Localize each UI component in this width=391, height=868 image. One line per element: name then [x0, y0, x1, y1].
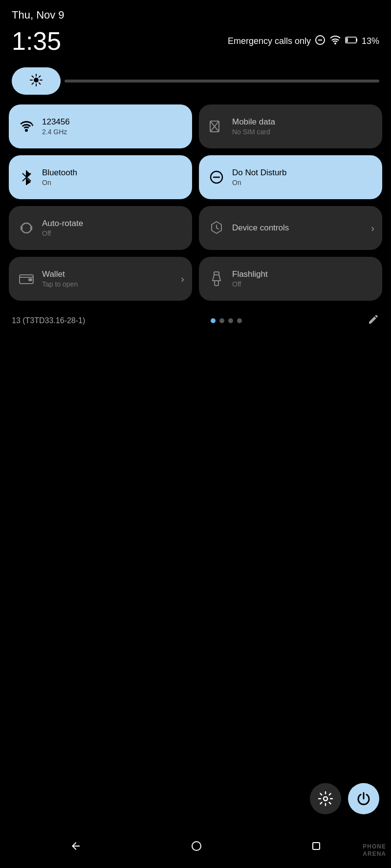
footer-bar: 13 (T3TD33.16-28-1): [0, 309, 391, 333]
time-display: 1:35: [12, 28, 61, 54]
wallet-arrow: ›: [181, 273, 184, 285]
wifi-tile-text: 123456 2.4 GHz: [42, 117, 70, 136]
svg-point-5: [34, 78, 39, 83]
wallet-title: Wallet: [42, 269, 78, 279]
mobile-data-tile[interactable]: Mobile data No SIM card: [199, 104, 382, 148]
battery-percent: 13%: [362, 36, 379, 46]
settings-button[interactable]: [310, 783, 341, 814]
quick-tiles: ▲▼ 123456 2.4 GHz Mobile data No SIM car…: [0, 100, 391, 306]
auto-rotate-title: Auto-rotate: [42, 219, 83, 228]
phone-arena-watermark: PHONEARENA: [363, 843, 386, 857]
wifi-tile[interactable]: ▲▼ 123456 2.4 GHz: [9, 104, 192, 148]
tiles-row-1: ▲▼ 123456 2.4 GHz Mobile data No SIM car…: [9, 104, 382, 148]
svg-line-10: [32, 76, 34, 78]
auto-rotate-icon: [18, 219, 35, 237]
bluetooth-tile-text: Bluetooth On: [42, 168, 77, 186]
tiles-row-4: Wallet Tap to open › Flashlight Off: [9, 257, 382, 301]
brightness-slider[interactable]: [65, 80, 379, 83]
bluetooth-title: Bluetooth: [42, 168, 77, 178]
brightness-icon: [29, 73, 43, 89]
svg-rect-3: [356, 39, 357, 41]
wallet-tile[interactable]: Wallet Tap to open ›: [9, 257, 192, 301]
battery-icon: [345, 36, 358, 46]
brightness-pill[interactable]: [12, 67, 61, 95]
bluetooth-icon: [18, 168, 35, 186]
device-controls-arrow: ›: [371, 223, 374, 234]
dot-4: [237, 318, 242, 323]
svg-line-11: [39, 83, 41, 84]
flashlight-icon: [208, 270, 225, 288]
tiles-row-3: Auto-rotate Off Device controls ›: [9, 206, 382, 250]
svg-line-13: [32, 83, 34, 84]
power-button[interactable]: [348, 783, 379, 814]
dnd-subtitle: On: [232, 179, 286, 186]
status-indicators: Emergency calls only: [228, 35, 379, 48]
home-button[interactable]: [187, 836, 206, 856]
time-row: 1:35 Emergency calls only: [12, 28, 379, 54]
svg-text:▲▼: ▲▼: [27, 124, 34, 127]
dnd-tile-text: Do Not Disturb On: [232, 168, 286, 186]
dot-3: [228, 318, 233, 323]
mobile-data-title: Mobile data: [232, 117, 275, 127]
svg-rect-4: [346, 38, 348, 42]
date-display: Thu, Nov 9: [12, 9, 379, 21]
wallet-icon: [18, 270, 35, 288]
wifi-tile-title: 123456: [42, 117, 70, 127]
bluetooth-tile[interactable]: Bluetooth On: [9, 155, 192, 199]
bottom-buttons: [310, 783, 379, 814]
device-controls-title: Device controls: [232, 223, 289, 233]
nav-bar: PHONEARENA: [0, 824, 391, 868]
mobile-data-icon: [208, 118, 225, 135]
device-controls-tile[interactable]: Device controls ›: [199, 206, 382, 250]
tiles-row-2: Bluetooth On Do Not Disturb On: [9, 155, 382, 199]
bluetooth-subtitle: On: [42, 179, 77, 186]
back-button[interactable]: [65, 835, 87, 857]
dnd-tile[interactable]: Do Not Disturb On: [199, 155, 382, 199]
edit-button[interactable]: [368, 313, 379, 328]
dnd-title: Do Not Disturb: [232, 168, 286, 178]
wallet-tile-text: Wallet Tap to open: [42, 269, 78, 288]
status-bar: Thu, Nov 9 1:35 Emergency calls only: [0, 0, 391, 58]
page-dots: [211, 318, 242, 323]
dnd-icon: [315, 35, 326, 48]
dot-1: [211, 318, 216, 323]
auto-rotate-tile-text: Auto-rotate Off: [42, 219, 83, 237]
wifi-tile-icon: ▲▼: [18, 118, 35, 135]
flashlight-tile[interactable]: Flashlight Off: [199, 257, 382, 301]
svg-point-28: [192, 842, 201, 850]
mobile-data-subtitle: No SIM card: [232, 128, 275, 136]
wifi-status-icon: [329, 36, 341, 47]
brightness-row: [0, 58, 391, 100]
dot-2: [219, 318, 224, 323]
flashlight-tile-text: Flashlight Off: [232, 269, 268, 288]
svg-rect-23: [28, 278, 32, 281]
wallet-subtitle: Tap to open: [42, 280, 78, 288]
dnd-tile-icon: [208, 168, 225, 186]
svg-point-27: [324, 797, 327, 801]
device-controls-icon: [208, 219, 225, 237]
svg-rect-29: [313, 843, 320, 849]
version-text: 13 (T3TD33.16-28-1): [12, 316, 85, 325]
device-controls-tile-text: Device controls: [232, 223, 289, 233]
auto-rotate-tile[interactable]: Auto-rotate Off: [9, 206, 192, 250]
wifi-tile-subtitle: 2.4 GHz: [42, 128, 70, 136]
auto-rotate-subtitle: Off: [42, 229, 83, 237]
flashlight-title: Flashlight: [232, 269, 268, 279]
emergency-text: Emergency calls only: [228, 36, 311, 46]
recents-button[interactable]: [306, 836, 326, 856]
mobile-data-tile-text: Mobile data No SIM card: [232, 117, 275, 136]
svg-rect-26: [215, 281, 218, 286]
svg-line-12: [39, 76, 41, 78]
flashlight-subtitle: Off: [232, 280, 268, 288]
